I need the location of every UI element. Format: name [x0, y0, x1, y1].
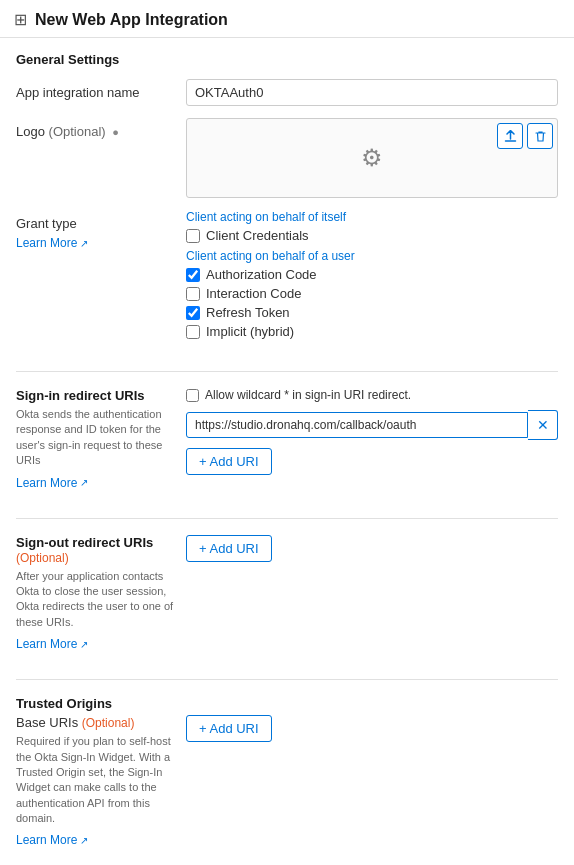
signout-row: Sign-out redirect URIs (Optional) After …	[16, 535, 558, 652]
signout-redirect-section: Sign-out redirect URIs (Optional) After …	[16, 535, 558, 681]
client-credentials-row: Client Credentials	[186, 228, 558, 243]
signout-title: Sign-out redirect URIs (Optional)	[16, 535, 176, 565]
client-credentials-label[interactable]: Client Credentials	[206, 228, 309, 243]
app-name-label: App integration name	[16, 79, 186, 100]
authorization-code-label[interactable]: Authorization Code	[206, 267, 317, 282]
general-settings-section: General Settings App integration name Lo…	[16, 52, 558, 372]
base-uris-label: Base URIs (Optional)	[16, 715, 176, 730]
refresh-token-label[interactable]: Refresh Token	[206, 305, 290, 320]
logo-info-icon: ●	[112, 126, 119, 138]
signin-uri-row: ✕	[186, 410, 558, 440]
authorization-code-row: Authorization Code	[186, 267, 558, 282]
trusted-description: Required if you plan to self-host the Ok…	[16, 734, 176, 826]
signin-uri-input[interactable]	[186, 412, 528, 438]
interaction-code-label[interactable]: Interaction Code	[206, 286, 301, 301]
grant-type-options: Client acting on behalf of itself Client…	[186, 210, 558, 343]
app-name-input[interactable]	[186, 79, 558, 106]
general-settings-title: General Settings	[16, 52, 558, 67]
signin-title: Sign-in redirect URIs	[16, 388, 176, 403]
trusted-left: Base URIs (Optional) Required if you pla…	[16, 715, 186, 847]
signout-description: After your application contacts Okta to …	[16, 569, 176, 631]
signin-add-uri-button[interactable]: + Add URI	[186, 448, 272, 475]
signin-redirect-section: Sign-in redirect URIs Okta sends the aut…	[16, 388, 558, 519]
grant-type-label: Grant type	[16, 216, 186, 231]
base-uris-optional-tag: (Optional)	[82, 716, 135, 730]
trusted-row: Base URIs (Optional) Required if you pla…	[16, 715, 558, 847]
grant-type-row: Grant type Learn More Client acting on b…	[16, 210, 558, 343]
logo-placeholder-icon: ⚙	[361, 144, 383, 172]
trusted-right: + Add URI	[186, 715, 558, 742]
implicit-label[interactable]: Implicit (hybrid)	[206, 324, 294, 339]
trusted-origins-section: Trusted Origins Base URIs (Optional) Req…	[16, 696, 558, 865]
wildcard-row: Allow wildcard * in sign-in URI redirect…	[186, 388, 558, 402]
signin-learn-more[interactable]: Learn More	[16, 476, 88, 490]
grant-type-col: Grant type Learn More	[16, 210, 186, 250]
logo-delete-button[interactable]	[527, 123, 553, 149]
app-name-field	[186, 79, 558, 106]
signout-add-uri-button[interactable]: + Add URI	[186, 535, 272, 562]
wildcard-label[interactable]: Allow wildcard * in sign-in URI redirect…	[205, 388, 411, 402]
trusted-origins-title: Trusted Origins	[16, 696, 558, 711]
client-credentials-checkbox[interactable]	[186, 229, 200, 243]
signin-uri-delete-button[interactable]: ✕	[528, 410, 558, 440]
logo-row: Logo (Optional) ●	[16, 118, 558, 198]
implicit-row: Implicit (hybrid)	[186, 324, 558, 339]
logo-upload-area: ⚙	[186, 118, 558, 198]
logo-optional-tag: (Optional)	[49, 124, 106, 139]
wildcard-checkbox[interactable]	[186, 389, 199, 402]
signout-optional-tag: (Optional)	[16, 551, 69, 565]
signout-left: Sign-out redirect URIs (Optional) After …	[16, 535, 186, 652]
signout-right: + Add URI	[186, 535, 558, 562]
logo-field: ⚙	[186, 118, 558, 198]
signin-left: Sign-in redirect URIs Okta sends the aut…	[16, 388, 186, 490]
refresh-token-checkbox[interactable]	[186, 306, 200, 320]
interaction-code-checkbox[interactable]	[186, 287, 200, 301]
client-user-label: Client acting on behalf of a user	[186, 249, 558, 263]
authorization-code-checkbox[interactable]	[186, 268, 200, 282]
logo-upload-button[interactable]	[497, 123, 523, 149]
trusted-learn-more[interactable]: Learn More	[16, 833, 88, 847]
refresh-token-row: Refresh Token	[186, 305, 558, 320]
signin-description: Okta sends the authentication response a…	[16, 407, 176, 469]
interaction-code-row: Interaction Code	[186, 286, 558, 301]
logo-label: Logo (Optional) ●	[16, 118, 186, 139]
app-name-row: App integration name	[16, 79, 558, 106]
implicit-checkbox[interactable]	[186, 325, 200, 339]
app-icon: ⊞	[14, 10, 27, 29]
page-header: ⊞ New Web App Integration	[0, 0, 574, 38]
page-title: New Web App Integration	[35, 11, 228, 29]
grant-type-learn-more[interactable]: Learn More	[16, 236, 88, 250]
client-self-label: Client acting on behalf of itself	[186, 210, 558, 224]
signin-right: Allow wildcard * in sign-in URI redirect…	[186, 388, 558, 475]
signout-learn-more[interactable]: Learn More	[16, 637, 88, 651]
logo-buttons	[497, 123, 553, 149]
signin-row: Sign-in redirect URIs Okta sends the aut…	[16, 388, 558, 490]
trusted-add-uri-button[interactable]: + Add URI	[186, 715, 272, 742]
